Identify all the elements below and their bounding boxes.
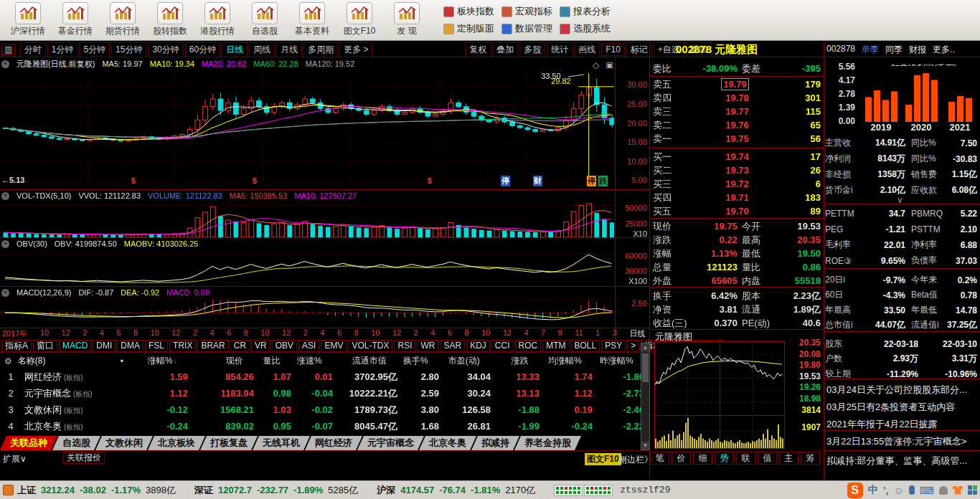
toolbar-button[interactable]: 港股行情	[194, 2, 241, 37]
mini-toolbar-button[interactable]: 宏观指标	[501, 5, 552, 18]
sogou-logo-icon[interactable]: S	[847, 483, 863, 498]
collapse-icon[interactable]: ▾	[1, 192, 9, 200]
toolbar-button[interactable]: 股转指数	[146, 2, 194, 37]
group-tab[interactable]: 关联品种	[0, 436, 57, 450]
event-tag[interactable]: 停	[587, 176, 596, 186]
skin-icon[interactable]	[953, 486, 963, 495]
indicator-tab[interactable]: CR	[230, 340, 250, 352]
period-tab[interactable]: 15分钟	[111, 42, 146, 57]
window-layout-icon[interactable]: ▥	[1, 44, 15, 55]
ask-row[interactable]: 卖五19.79179	[650, 77, 824, 91]
toolbar-button[interactable]: 图文F10	[336, 2, 383, 37]
user-icon[interactable]	[939, 486, 948, 495]
f10-button[interactable]: 图文F10	[585, 453, 621, 465]
gear-icon[interactable]: ⚙	[4, 356, 12, 366]
indicator-tab[interactable]: ASI	[298, 340, 319, 352]
report-tab[interactable]: 002878	[826, 44, 855, 56]
toolbar-button[interactable]: 期货行情	[99, 2, 146, 37]
col-header[interactable]: 昨涨幅%	[582, 355, 633, 367]
bid-row[interactable]: 买三19.726	[650, 177, 824, 191]
table-row[interactable]: 4 北京冬奥(板指) -0.24 839.02 0.95 -0.07 8045.…	[0, 418, 649, 434]
grid-menu-icon[interactable]	[968, 485, 977, 495]
main-kline-canvas[interactable]	[0, 69, 614, 186]
bid-row[interactable]: 买一19.7417	[650, 150, 824, 163]
period-tab[interactable]: 月线	[276, 42, 302, 57]
indicator-tab[interactable]: FSL	[145, 340, 168, 352]
chart-tool-tab[interactable]: 叠加	[492, 42, 518, 57]
report-tab[interactable]: 财报	[909, 44, 926, 56]
indicator-tab[interactable]: OBV	[272, 340, 297, 352]
toolbar-button[interactable]: 基金行情	[52, 2, 99, 37]
bid-row[interactable]: 买五19.7089	[650, 204, 824, 218]
toolbar-button[interactable]: 基本资料	[288, 2, 336, 37]
reduction-ticker[interactable]: 拟减持:部分董事、监事、高级管...	[826, 455, 979, 467]
collapse-icon[interactable]: ▾	[1, 289, 9, 297]
chart-tool-tab[interactable]: F10	[601, 43, 625, 56]
col-header[interactable]: 涨速%	[281, 355, 322, 367]
toolbar-button[interactable]: 沪深行情	[4, 2, 52, 37]
period-tab[interactable]: 多周期	[303, 42, 338, 57]
report-tab[interactable]: 单季	[862, 44, 879, 56]
mini-tab[interactable]: 势	[715, 452, 734, 465]
period-tab[interactable]: 60分钟	[185, 42, 220, 57]
scroll-thumb[interactable]	[642, 353, 649, 382]
indicator-tab[interactable]: CCI	[491, 340, 514, 352]
col-header[interactable]: 换手%	[387, 355, 428, 367]
event-tag[interactable]: 跌	[598, 176, 608, 186]
indicator-tab[interactable]: DMI	[93, 340, 116, 352]
indicator-tab[interactable]: WR	[417, 340, 438, 352]
chart-tool-tab[interactable]: 多股	[519, 42, 545, 57]
bid-row[interactable]: 买二19.7326	[650, 163, 824, 177]
indicator-tab[interactable]: TRIX	[169, 340, 196, 352]
col-header[interactable]: 均涨幅%	[529, 355, 582, 367]
indicator-tab[interactable]: PSY	[601, 340, 626, 352]
ask-row[interactable]: 卖二19.7665	[650, 118, 824, 132]
linked-quote-tab[interactable]: 关联报价	[63, 452, 105, 464]
col-header[interactable]: 涨幅%↓	[133, 355, 177, 367]
emoji-icon[interactable]: ☺	[893, 485, 903, 496]
group-tab[interactable]: 网红经济	[305, 436, 362, 450]
sidebar-toggle[interactable]: 侧边栏》	[618, 454, 653, 466]
mini-toolbar-button[interactable]: 定制版面	[443, 22, 494, 35]
col-header-name[interactable]: 名称(8)	[15, 355, 111, 367]
news-item[interactable]: 2021年年报于4月22日披露	[826, 418, 979, 431]
news-item[interactable]: 03月25日有2条投资者互动内容	[826, 401, 979, 414]
ask-row[interactable]: 卖三19.77115	[650, 105, 824, 118]
mini-tab[interactable]: 细	[693, 452, 712, 465]
mini-tab[interactable]: 价	[672, 452, 691, 465]
mini-tab[interactable]: 笔	[650, 452, 669, 465]
period-tab[interactable]: 更多 >	[339, 42, 372, 57]
macd-canvas[interactable]	[0, 298, 614, 328]
period-tab[interactable]: 1分钟	[47, 42, 78, 57]
connection-icon[interactable]	[3, 485, 14, 495]
event-tag[interactable]: 财	[533, 176, 542, 186]
report-tab[interactable]: 同季	[885, 44, 903, 56]
indicator-tab[interactable]: MTM	[542, 340, 569, 352]
period-tab[interactable]: 5分钟	[79, 42, 110, 57]
indicator-tab[interactable]: >	[627, 340, 639, 352]
collapse-icon[interactable]: ▾	[1, 60, 9, 68]
mini-tab[interactable]: 联	[736, 452, 755, 465]
mini-toolbar-button[interactable]: 选股系统	[560, 22, 611, 35]
group-tab[interactable]: 打板复盘	[200, 436, 258, 450]
chinese-mode-icon[interactable]: 中	[868, 484, 878, 497]
ask-row[interactable]: 卖一19.7556	[650, 132, 824, 146]
period-tab[interactable]: 日线	[222, 42, 248, 57]
scroll-down-icon[interactable]: ▼	[641, 442, 649, 450]
volume-canvas[interactable]	[0, 201, 614, 237]
group-tab[interactable]: 文教休闲	[95, 436, 153, 450]
dividend-marker[interactable]: $	[131, 176, 136, 185]
chart-tool-tab[interactable]: 标记	[626, 42, 652, 57]
chart-tool-tab[interactable]: 画线	[574, 42, 600, 57]
expand-button[interactable]: 扩展∨	[3, 453, 27, 465]
news-item[interactable]: 03月24日关于公司控股股东部分...	[826, 384, 979, 396]
period-tab[interactable]: 分时	[20, 42, 46, 57]
limit-up-flash[interactable]: 3月22日13:55曾涨停:元宇宙概念>	[826, 435, 979, 448]
mini-tab[interactable]: 值	[758, 452, 777, 465]
index-quote[interactable]: 沪深 4174.57 -76.74 -1.81% 2170亿	[377, 484, 535, 497]
indicator-tab[interactable]: VR	[251, 340, 270, 352]
stock-title[interactable]: 002878 元隆雅图	[676, 43, 758, 57]
col-header[interactable]: 涨跌	[480, 355, 529, 367]
indicator-tab[interactable]: EMV	[321, 340, 347, 352]
period-tab[interactable]: 周线	[249, 42, 275, 57]
